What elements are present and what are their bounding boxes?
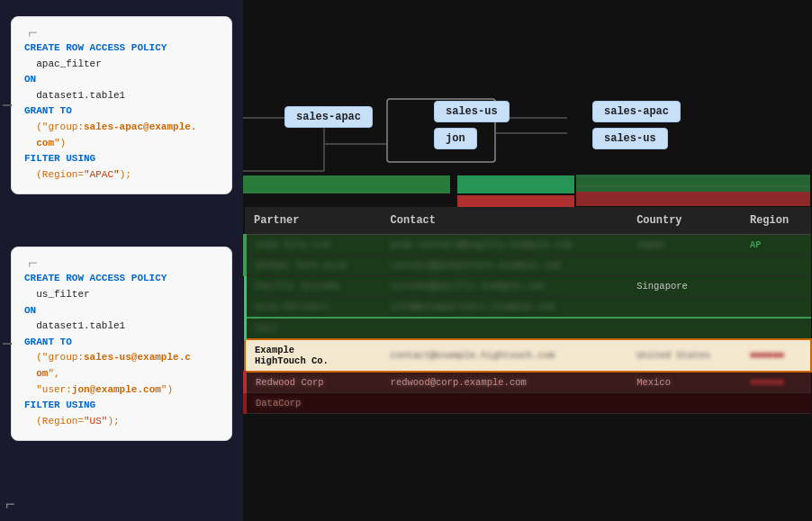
cell-country (627, 393, 741, 414)
cell-contact (382, 318, 628, 339)
cell-region (741, 256, 811, 276)
table-area: Partner Contact Country Region Acme Corp… (243, 207, 812, 521)
table-row: Redwood Corp redwood@corp.example.com Me… (245, 372, 811, 393)
code-line-b8: (Region="US"); (24, 414, 219, 430)
cell-region (741, 318, 811, 339)
svg-rect-8 (457, 175, 574, 193)
code-line-b5: GRANT TO (24, 335, 219, 351)
code-line-6: ("group:sales-apac@example. com") (24, 120, 219, 151)
col-country: Country (627, 207, 741, 235)
right-panel: sales-apac sales-us jon sales-apac sales… (243, 0, 812, 521)
cell-region: ■■■■■■ (741, 372, 811, 393)
code-line-5: GRANT TO (24, 103, 219, 120)
left-panel: ⌐ CREATE ROW ACCESS POLICY apac_filter O… (0, 0, 243, 521)
label-sales-us-1: sales-us (434, 101, 510, 122)
code-line-b1: CREATE ROW ACCESS POLICY (24, 271, 219, 287)
label-sales-apac-2: sales-apac (592, 101, 681, 122)
cell-partner: ExampleHighTouch Co. (245, 339, 382, 372)
table-row: Global Tech Asia contact@globaltech.exam… (245, 256, 811, 276)
cell-country (627, 297, 741, 319)
cell-contact: systems@pacific.example.com (382, 276, 628, 297)
code-line-3: ON (24, 72, 219, 88)
cell-contact: contact@globaltech.example.com (382, 256, 628, 276)
cell-contact: info@asiapartners.example.com (382, 297, 628, 319)
label-sales-apac-1: sales-apac (284, 106, 373, 128)
code-line-1: CREATE ROW ACCESS POLICY (24, 40, 219, 57)
code-line-b6: ("group:sales-us@example.c om", "user:jo… (24, 350, 219, 398)
code-line-b2: us_filter (24, 287, 219, 303)
svg-rect-12 (576, 175, 810, 192)
table-row: Acme Corp Ltd acme.contact@bigcorp.examp… (245, 235, 811, 256)
cell-partner: Global Tech Asia (245, 256, 382, 276)
cell-contact (382, 393, 628, 414)
code-line-4: dataset1.table1 (24, 88, 219, 104)
table-row: Asia Partners info@asiapartners.example.… (245, 297, 811, 319)
table-header-row: Partner Contact Country Region (245, 207, 811, 235)
cell-partner: Redwood Corp (245, 372, 382, 393)
cell-country: United States (627, 339, 741, 372)
table-row-selected: ExampleHighTouch Co. contact@example.hig… (245, 339, 811, 372)
code-line-b3: ON (24, 303, 219, 319)
diagram-svg (243, 0, 812, 207)
cell-region: AP (741, 235, 811, 256)
cell-partner: Intl (245, 318, 382, 339)
svg-rect-13 (576, 192, 810, 206)
main-container: ⌐ CREATE ROW ACCESS POLICY apac_filter O… (0, 0, 812, 521)
cell-partner: Acme Corp Ltd (245, 235, 382, 256)
cell-region: ■■■■■■ (741, 339, 811, 372)
code-line-8: (Region="APAC"); (24, 167, 219, 184)
cell-country (627, 256, 741, 276)
code-line-2: apac_filter (24, 57, 219, 73)
label-sales-us-2: sales-us (592, 128, 668, 149)
code-block-2: ⌐ CREATE ROW ACCESS POLICY us_filter ON … (11, 247, 232, 441)
cell-region (741, 276, 811, 297)
table-row: Pacific Systems systems@pacific.example.… (245, 276, 811, 297)
bottom-corner: ⌐ (5, 496, 15, 514)
data-table: Partner Contact Country Region Acme Corp… (243, 207, 812, 414)
col-partner: Partner (245, 207, 382, 235)
code-block-1: ⌐ CREATE ROW ACCESS POLICY apac_filter O… (11, 16, 232, 194)
cell-contact: contact@example.hightouch.com (382, 339, 628, 372)
cell-country: Japan (627, 235, 741, 256)
code-line-b4: dataset1.table1 (24, 319, 219, 335)
table-row: Intl (245, 318, 811, 339)
cell-region (741, 297, 811, 319)
col-region: Region (741, 207, 811, 235)
table-row: DataCorp (245, 393, 811, 414)
cell-partner: Pacific Systems (245, 276, 382, 297)
cell-partner: Asia Partners (245, 297, 382, 319)
svg-rect-7 (243, 175, 450, 193)
code-line-7: FILTER USING (24, 151, 219, 167)
cell-partner: DataCorp (245, 393, 382, 414)
cell-country: Mexico (627, 372, 741, 393)
cell-contact: redwood@corp.example.com (382, 372, 628, 393)
code-line-b7: FILTER USING (24, 398, 219, 414)
cell-country (627, 318, 741, 339)
diagram-area: sales-apac sales-us jon sales-apac sales… (243, 0, 812, 207)
svg-rect-10 (457, 195, 574, 207)
cell-country: Singapore (627, 276, 741, 297)
cell-contact: acme.contact@bigcorp.example.com (382, 235, 628, 256)
cell-region (741, 393, 811, 414)
col-contact: Contact (382, 207, 628, 235)
label-jon: jon (434, 128, 477, 149)
